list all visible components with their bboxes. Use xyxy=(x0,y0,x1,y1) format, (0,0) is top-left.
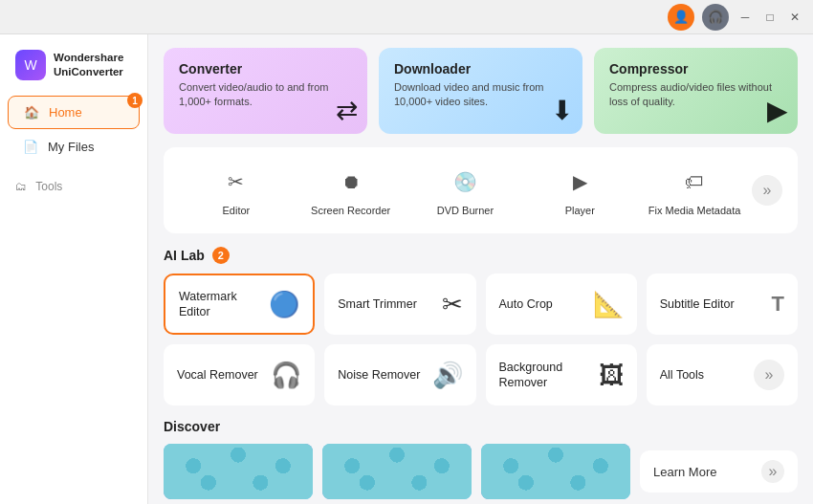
learn-more-chevron-icon: » xyxy=(761,460,784,483)
downloader-card[interactable]: Downloader Download video and music from… xyxy=(379,48,582,134)
tools-row: ✂ Editor ⏺ Screen Recorder 💿 DVD Burner … xyxy=(164,147,798,233)
ai-lab-header: AI Lab 2 xyxy=(164,247,798,264)
minimize-button[interactable]: ─ xyxy=(736,9,754,26)
compressor-title: Compressor xyxy=(609,61,782,77)
noise-remover-icon: 🔊 xyxy=(432,361,463,390)
smart-trimmer-icon: ✂ xyxy=(442,290,463,319)
screen-recorder-icon: ⏺ xyxy=(334,164,368,199)
tools-icon: 🗂 xyxy=(15,180,27,193)
discover-images: Learn More » xyxy=(164,444,798,499)
ai-card-noise-remover[interactable]: Noise Remover 🔊 xyxy=(324,344,475,405)
logo-icon: W xyxy=(15,50,46,80)
compressor-card[interactable]: Compressor Compress audio/video files wi… xyxy=(594,48,798,134)
fix-media-metadata-icon: 🏷 xyxy=(677,164,712,199)
converter-desc: Convert video/audio to and from 1,000+ f… xyxy=(179,80,352,110)
logo: W Wondershare UniConverter xyxy=(0,44,147,94)
compressor-desc: Compress audio/video files without loss … xyxy=(609,80,782,110)
tool-screen-recorder[interactable]: ⏺ Screen Recorder xyxy=(294,159,408,222)
downloader-desc: Download video and music from 10,000+ vi… xyxy=(394,80,567,110)
ai-card-subtitle-editor[interactable]: Subtitle Editor T xyxy=(647,274,798,335)
discover-thumb-1 xyxy=(164,444,313,499)
logo-text: Wondershare UniConverter xyxy=(54,51,123,79)
watermark-editor-icon: 🔵 xyxy=(269,290,299,319)
discover-section: Discover Learn More » xyxy=(164,419,798,499)
tools-more-button[interactable]: » xyxy=(752,175,782,206)
converter-icon: ⇄ xyxy=(336,95,358,126)
tool-editor[interactable]: ✂ Editor xyxy=(179,159,294,222)
background-remover-icon: 🖼 xyxy=(599,361,624,390)
home-icon: 🏠 xyxy=(24,105,39,120)
sidebar: W Wondershare UniConverter 🏠 Home 1 📄 My… xyxy=(0,34,148,504)
sidebar-item-home[interactable]: 🏠 Home 1 xyxy=(8,96,140,129)
maximize-button[interactable]: □ xyxy=(761,9,779,26)
tool-dvd-burner[interactable]: 💿 DVD Burner xyxy=(408,159,523,222)
downloader-title: Downloader xyxy=(394,61,567,77)
tool-fix-media-metadata[interactable]: 🏷 Fix Media Metadata xyxy=(637,159,752,222)
dvd-burner-icon: 💿 xyxy=(448,164,482,199)
compressor-icon: ▶ xyxy=(767,95,788,126)
home-badge: 1 xyxy=(127,93,143,108)
ai-card-vocal-remover[interactable]: Vocal Remover 🎧 xyxy=(164,344,315,405)
learn-more-button[interactable]: Learn More » xyxy=(640,450,798,493)
titlebar: 👤 🎧 ─ □ ✕ xyxy=(0,0,813,34)
discover-thumb-2 xyxy=(322,444,472,499)
content-area: Converter Convert video/audio to and fro… xyxy=(148,34,813,504)
downloader-icon: ⬇ xyxy=(551,95,573,126)
ai-card-smart-trimmer[interactable]: Smart Trimmer ✂ xyxy=(324,274,475,335)
converter-title: Converter xyxy=(179,61,352,77)
ai-card-all-tools[interactable]: All Tools » xyxy=(647,344,798,405)
ai-lab-badge: 2 xyxy=(212,247,230,264)
all-tools-icon: » xyxy=(754,360,784,390)
auto-crop-icon: 📐 xyxy=(593,290,624,319)
tool-player[interactable]: ▶ Player xyxy=(522,159,637,222)
ai-lab-title: AI Lab xyxy=(164,248,205,263)
user-icon[interactable]: 👤 xyxy=(668,4,694,31)
myfiles-icon: 📄 xyxy=(23,140,38,154)
ai-lab-grid: Watermark Editor 🔵 Smart Trimmer ✂ Auto … xyxy=(164,274,798,405)
discover-thumb-3 xyxy=(481,444,630,499)
subtitle-editor-icon: T xyxy=(772,292,784,317)
converter-card[interactable]: Converter Convert video/audio to and fro… xyxy=(164,48,367,134)
ai-card-watermark-editor[interactable]: Watermark Editor 🔵 xyxy=(164,274,315,335)
discover-header: Discover xyxy=(164,419,798,434)
editor-icon: ✂ xyxy=(219,164,253,199)
sidebar-item-myfiles[interactable]: 📄 My Files xyxy=(8,131,140,163)
headset-icon[interactable]: 🎧 xyxy=(702,4,729,31)
ai-card-background-remover[interactable]: Background Remover 🖼 xyxy=(486,344,637,405)
titlebar-controls: 👤 🎧 ─ □ ✕ xyxy=(668,4,803,31)
player-icon: ▶ xyxy=(562,164,597,199)
close-button[interactable]: ✕ xyxy=(786,9,803,26)
discover-title: Discover xyxy=(164,419,220,434)
tools-section-label: 🗂 Tools xyxy=(0,164,147,199)
vocal-remover-icon: 🎧 xyxy=(271,361,301,390)
app-body: W Wondershare UniConverter 🏠 Home 1 📄 My… xyxy=(0,34,813,504)
ai-card-auto-crop[interactable]: Auto Crop 📐 xyxy=(486,274,637,335)
feature-cards: Converter Convert video/audio to and fro… xyxy=(164,48,798,134)
